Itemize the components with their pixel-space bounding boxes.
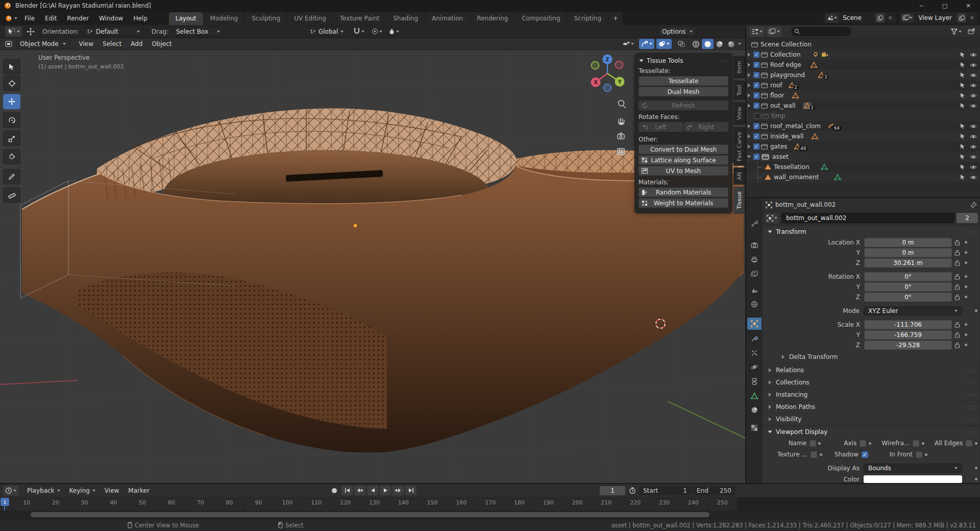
row-checkbox[interactable]: ✓: [753, 133, 760, 139]
panel-collapse-icon[interactable]: [640, 60, 644, 62]
tab-modeling[interactable]: Modeling: [204, 12, 245, 25]
viewport-menu-view[interactable]: View: [75, 39, 98, 49]
tab-layout[interactable]: Layout: [169, 12, 203, 25]
current-frame-field[interactable]: 1: [600, 486, 625, 495]
panel-grip-icon[interactable]: ::::: [967, 429, 975, 435]
wireframe-checkbox[interactable]: [913, 440, 919, 447]
row-checkbox[interactable]: ✓: [753, 82, 760, 88]
row-checkbox[interactable]: ✓: [753, 143, 760, 150]
scene-icon[interactable]: [825, 13, 839, 22]
tab-world-props[interactable]: [747, 298, 762, 310]
expand-icon[interactable]: [748, 134, 750, 138]
panel-collapse-icon[interactable]: [768, 431, 772, 433]
lock-icon[interactable]: [952, 294, 962, 300]
object-type-dropdown[interactable]: [765, 213, 779, 223]
blender-menu-icon[interactable]: [3, 13, 19, 23]
jump-to-end-button[interactable]: [405, 486, 416, 495]
tool-annotate[interactable]: [3, 169, 20, 184]
shading-wireframe-icon[interactable]: [690, 39, 702, 49]
outliner-row-roof-metal-clom[interactable]: ✓ roof_metal_clom 64: [746, 121, 980, 131]
tab-constraints-props[interactable]: [747, 375, 762, 388]
tessellate-button[interactable]: Tessellate: [639, 76, 728, 86]
lock-icon[interactable]: [952, 342, 962, 348]
menu-help[interactable]: Help: [128, 13, 152, 24]
outliner-row-out-wall[interactable]: ✓ out_wall 2: [746, 101, 980, 111]
display-mode-dropdown[interactable]: [767, 27, 782, 37]
tab-physics-props[interactable]: [747, 361, 762, 373]
timeline-editor-dropdown[interactable]: [3, 486, 18, 496]
dual-mesh-button[interactable]: Dual Mesh: [639, 87, 728, 96]
tab-render-props[interactable]: [747, 239, 762, 251]
outliner-row-playground[interactable]: ✓ playground 3: [746, 70, 980, 80]
display-as-dropdown[interactable]: Bounds: [864, 464, 962, 473]
eye-icon[interactable]: [970, 93, 977, 99]
view-layer-icon[interactable]: [901, 13, 914, 22]
timeline-menu-keying[interactable]: Keying: [65, 486, 100, 496]
record-button[interactable]: [331, 487, 338, 494]
lock-icon[interactable]: [952, 322, 962, 328]
tab-particles-props[interactable]: [747, 347, 762, 359]
rotate-right-button[interactable]: Right: [684, 122, 728, 132]
outliner-row-roof[interactable]: ✓ roof 2: [746, 80, 980, 90]
color-swatch[interactable]: [864, 475, 962, 483]
eye-icon[interactable]: [970, 73, 977, 78]
lock-icon[interactable]: [952, 239, 962, 246]
expand-icon[interactable]: [748, 124, 750, 128]
select-flag-icon[interactable]: [960, 174, 966, 180]
lock-icon[interactable]: [952, 260, 962, 266]
animate-dot[interactable]: [962, 333, 969, 336]
location-x-field[interactable]: 0 m: [864, 238, 952, 247]
outliner-row-gates[interactable]: ✓ gates 49: [746, 141, 980, 152]
options-dropdown[interactable]: Options: [658, 27, 696, 36]
snap-toggle-icon[interactable]: [351, 27, 366, 37]
lock-icon[interactable]: [952, 250, 962, 256]
menu-render[interactable]: Render: [62, 13, 94, 24]
animate-dot[interactable]: [962, 344, 969, 346]
mode-dropdown[interactable]: Object Mode: [16, 39, 69, 49]
collections-panel[interactable]: Collections::::: [763, 376, 979, 388]
new-collection-icon[interactable]: [966, 27, 977, 37]
tab-sculpting[interactable]: Sculpting: [245, 12, 287, 25]
rotation-z-field[interactable]: 0°: [864, 293, 952, 302]
menu-file[interactable]: File: [19, 13, 40, 24]
object-name-field[interactable]: bottm_out_wall.002: [781, 213, 954, 223]
tool-measure[interactable]: [3, 187, 20, 203]
instancing-panel[interactable]: Instancing::::: [763, 389, 979, 400]
tab-modifier-props[interactable]: [747, 332, 762, 345]
filter-dropdown[interactable]: [949, 27, 964, 37]
viewport-menu-object[interactable]: Object: [147, 39, 176, 49]
new-view-layer-icon[interactable]: [957, 13, 966, 22]
motion-paths-panel[interactable]: Motion Paths::::: [763, 401, 979, 413]
lock-icon[interactable]: [952, 332, 962, 338]
play-reverse-button[interactable]: [367, 486, 378, 495]
editor-type-3d-dropdown[interactable]: [3, 39, 14, 49]
expand-icon[interactable]: [748, 104, 750, 108]
tab-scene-props[interactable]: [747, 284, 762, 296]
active-tool-button[interactable]: [5, 27, 22, 37]
uv-to-mesh-button[interactable]: UV to Mesh: [639, 166, 728, 176]
animate-dot[interactable]: [972, 309, 979, 312]
remove-view-layer-icon[interactable]: ✕: [967, 13, 976, 22]
panel-grip-icon[interactable]: ::::: [720, 58, 728, 63]
animate-dot[interactable]: [962, 323, 969, 326]
close-button[interactable]: ✕: [957, 0, 980, 11]
tab-rendering[interactable]: Rendering: [470, 12, 514, 25]
tab-fast-carve[interactable]: Fast Carve: [733, 127, 745, 166]
tab-tool-props[interactable]: [747, 218, 762, 230]
location-y-field[interactable]: 0 m: [864, 248, 952, 257]
tab-shading[interactable]: Shading: [386, 12, 425, 25]
view-layer-selector[interactable]: View Layer ✕: [899, 12, 978, 23]
outliner-row-wall-ornament[interactable]: wall_ornament: [746, 172, 980, 182]
animate-dot[interactable]: [962, 296, 969, 298]
panel-collapse-icon[interactable]: [768, 231, 772, 233]
lattice-button[interactable]: Lattice along Surface: [639, 155, 728, 165]
select-flag-icon[interactable]: [960, 123, 966, 129]
random-materials-button[interactable]: Random Materials: [639, 187, 728, 197]
playhead-marker[interactable]: 1: [1, 498, 9, 506]
select-flag-icon[interactable]: [960, 103, 966, 109]
select-flag-icon[interactable]: [960, 164, 966, 170]
refresh-button[interactable]: Refresh: [639, 101, 728, 110]
scene-name[interactable]: Scene: [839, 14, 874, 21]
falloff-icon[interactable]: [386, 27, 401, 37]
animate-dot[interactable]: [962, 241, 969, 244]
